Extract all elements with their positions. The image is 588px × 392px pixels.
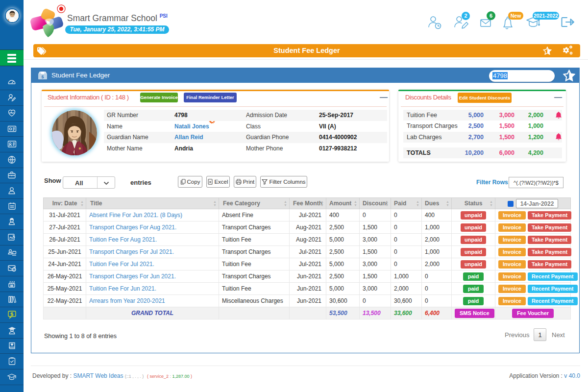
svg-text:$: $	[41, 74, 44, 79]
